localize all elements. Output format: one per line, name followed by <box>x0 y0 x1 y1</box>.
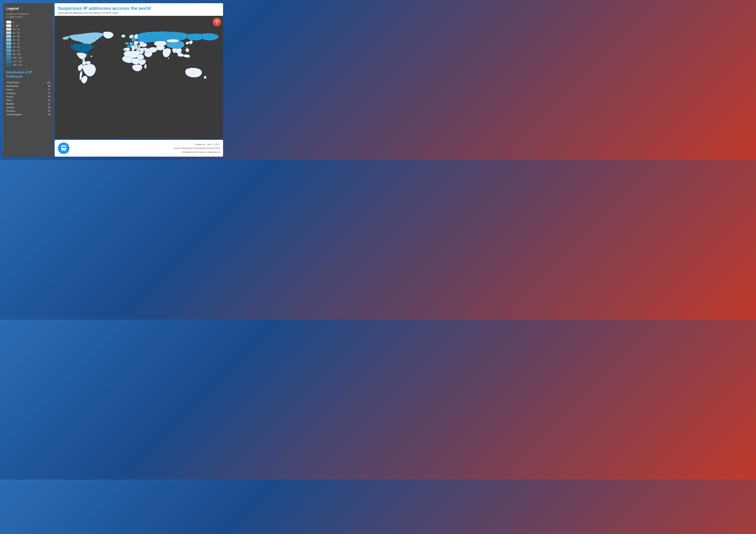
wifi-icon-circle <box>213 18 221 26</box>
country-count: 26 <box>42 113 50 116</box>
footer-panel: Created on : Jan. 07, 2017 Source: Depar… <box>55 140 223 157</box>
table-row: Russia 74 <box>6 95 50 98</box>
country-name: China <box>6 98 42 102</box>
country-name: France <box>6 88 42 91</box>
legend-item: 60 - 70 <box>6 42 50 45</box>
distribution-title: Distribution of IPAddresses <box>6 70 50 79</box>
country-name: Romania <box>6 109 42 113</box>
legend-label: 20 - 30 <box>13 28 19 31</box>
legend-label: 1 - 20 <box>13 25 18 27</box>
legend-label: 110 - 120 <box>13 60 22 63</box>
table-row: Netherlands 86 <box>6 84 50 88</box>
legend-color-swatch <box>6 35 11 38</box>
map-title: Suspicious IP addresses accross the worl… <box>58 6 220 11</box>
table-row: United Kingdom 26 <box>6 113 50 116</box>
created-date: Created on : Jan. 07, 2017 <box>174 142 220 146</box>
table-row: Romania 35 <box>6 109 50 113</box>
sidebar: Legend Number of IP addressesin a given … <box>3 3 53 157</box>
legend-color-swatch <box>6 31 11 34</box>
footer-credits: Created on : Jan. 07, 2017 Source: Depar… <box>174 142 220 154</box>
legend-items: 0 1 - 20 20 - 30 30 - 40 40 - 50 50 - 60… <box>6 21 50 66</box>
legend-item: 0 <box>6 21 50 24</box>
map-area <box>55 16 223 139</box>
legend-item: 100 - 110 <box>6 56 50 59</box>
right-panel: Suspicious IP addresses accross the worl… <box>55 3 223 157</box>
legend-item: 120 - 124 <box>6 63 50 66</box>
country-count: 124 <box>42 81 50 84</box>
country-count: 76 <box>42 91 50 95</box>
country-name: Russia <box>6 95 42 98</box>
source-text: Source: Department of Homeland Security … <box>174 146 220 150</box>
legend-item: 50 - 60 <box>6 38 50 41</box>
legend-label: 60 - 70 <box>13 42 19 45</box>
country-name: United Kingdom <box>6 113 42 116</box>
legend-label: 120 - 124 <box>13 64 22 66</box>
country-name: Canada <box>6 106 42 109</box>
legend-color-swatch <box>6 60 11 63</box>
legend-label: 70 - 80 <box>13 46 19 48</box>
legend-color-swatch <box>6 63 11 66</box>
legend-label: 90 - 100 <box>13 53 21 55</box>
map-subtitle: Geolocated IP addresses from the GRIZZLY… <box>58 12 220 14</box>
legend-color-swatch <box>6 56 11 59</box>
country-name: Germany <box>6 91 42 95</box>
legend-item: 70 - 80 <box>6 45 50 48</box>
legend-color-swatch <box>6 49 11 52</box>
country-count: 35 <box>42 106 50 109</box>
legend-color-swatch <box>6 21 11 24</box>
legend-color-swatch <box>6 42 11 45</box>
country-count: 77 <box>42 88 50 91</box>
table-row: France 77 <box>6 88 50 91</box>
legend-item: 110 - 120 <box>6 60 50 63</box>
country-name: Sweden <box>6 102 42 106</box>
legend-label: 0 <box>13 21 14 23</box>
legend-item: 90 - 100 <box>6 53 50 56</box>
table-row: Canada 35 <box>6 106 50 109</box>
legend-item: 80 - 90 <box>6 49 50 52</box>
legend-label: 40 - 50 <box>13 35 19 38</box>
legend-subtitle: Number of IP addressesin a given country <box>6 13 50 18</box>
designed-by: Designed by Erik Jensen | justjensen.co <box>174 150 220 154</box>
table-row: China 41 <box>6 98 50 102</box>
world-map <box>55 16 223 139</box>
legend-label: 80 - 90 <box>13 49 19 52</box>
legend-color-swatch <box>6 45 11 48</box>
bus-icon-circle <box>58 142 69 154</box>
legend-label: 50 - 60 <box>13 39 19 41</box>
table-row: Sweden 41 <box>6 102 50 106</box>
table-row: Germany 76 <box>6 91 50 95</box>
country-count: 41 <box>42 102 50 106</box>
main-container: Legend Number of IP addressesin a given … <box>3 3 223 157</box>
legend-label: 30 - 40 <box>13 32 19 34</box>
map-header: Suspicious IP addresses accross the worl… <box>55 3 223 16</box>
legend-color-swatch <box>6 38 11 41</box>
country-count: 41 <box>42 98 50 102</box>
distribution-table: United States 124 Netherlands 86 France … <box>6 81 50 116</box>
bus-icon <box>60 145 67 152</box>
country-name: Netherlands <box>6 84 42 88</box>
table-row: United States 124 <box>6 81 50 84</box>
wifi-icon <box>214 19 219 24</box>
legend-item: 20 - 30 <box>6 28 50 31</box>
legend-label: 100 - 110 <box>13 57 22 59</box>
legend-title: Legend <box>6 7 50 11</box>
legend-item: 40 - 50 <box>6 35 50 38</box>
legend-color-swatch <box>6 53 11 56</box>
legend-item: 1 - 20 <box>6 24 50 27</box>
legend-color-swatch <box>6 24 11 27</box>
map-panel: Suspicious IP addresses accross the worl… <box>55 3 223 139</box>
legend-item: 30 - 40 <box>6 31 50 34</box>
legend-color-swatch <box>6 28 11 31</box>
country-count: 86 <box>42 84 50 88</box>
country-count: 35 <box>42 109 50 113</box>
country-name: United States <box>6 81 42 84</box>
country-count: 74 <box>42 95 50 98</box>
